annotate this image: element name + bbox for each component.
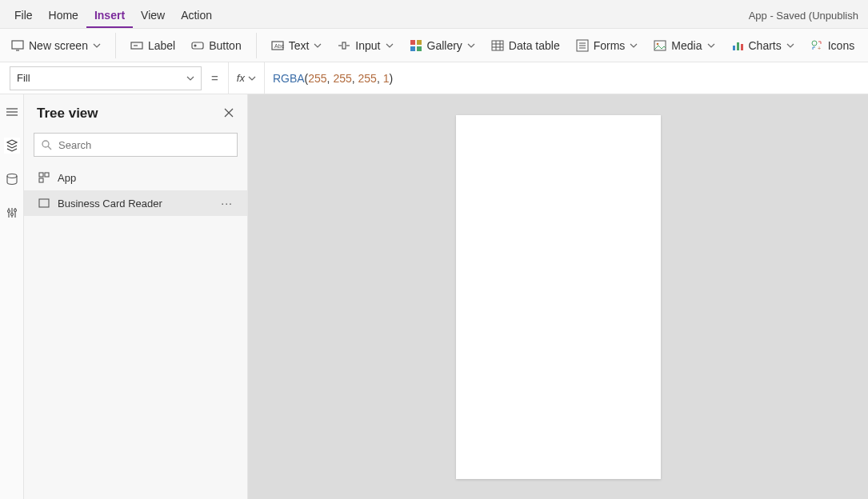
chevron-down-icon	[314, 42, 322, 50]
icons-icon: +	[810, 39, 823, 52]
property-name: Fill	[17, 72, 30, 84]
forms-button[interactable]: Forms	[568, 36, 646, 55]
svg-rect-4	[192, 42, 203, 49]
ribbon: New screen Label Button Abc Text Input G…	[0, 29, 868, 62]
svg-text:+: +	[818, 46, 821, 51]
svg-rect-27	[737, 42, 739, 50]
text-icon: Abc	[271, 39, 284, 52]
charts-button[interactable]: Charts	[723, 36, 802, 55]
tree-item-label: App	[58, 172, 76, 184]
button-label: Button	[209, 39, 241, 52]
app-status: App - Saved (Unpublish	[749, 10, 862, 28]
svg-point-25	[657, 42, 659, 45]
tab-view[interactable]: View	[133, 2, 173, 28]
charts-label: Charts	[749, 39, 782, 52]
rail-data-icon[interactable]	[4, 171, 20, 187]
icons-label: Icons	[828, 39, 854, 52]
more-button[interactable]: ···	[218, 197, 236, 210]
data-table-label: Data table	[509, 39, 560, 52]
svg-rect-13	[410, 46, 415, 51]
search-icon	[41, 139, 52, 150]
property-select[interactable]: Fill	[10, 66, 202, 90]
icons-button[interactable]: + Icons	[802, 36, 862, 55]
gallery-label: Gallery	[427, 39, 462, 52]
fx-label: fx	[237, 72, 245, 84]
gallery-icon	[410, 39, 422, 52]
svg-point-37	[7, 210, 10, 213]
svg-rect-10	[342, 42, 346, 49]
tree-item-screen[interactable]: Business Card Reader ···	[24, 190, 247, 216]
formula-bar: Fill = fx RGBA(255, 255, 255, 1)	[0, 62, 868, 94]
equals-sign: =	[211, 71, 218, 85]
svg-rect-49	[39, 199, 49, 207]
formula-expression[interactable]: RGBA(255, 255, 255, 1)	[265, 72, 868, 85]
rail-advanced-icon[interactable]	[4, 205, 20, 221]
svg-point-39	[10, 214, 13, 216]
tab-insert[interactable]: Insert	[86, 2, 133, 28]
new-screen-button[interactable]: New screen	[3, 36, 109, 55]
search-field[interactable]	[58, 139, 230, 151]
svg-point-41	[14, 210, 16, 212]
screen-icon	[11, 39, 24, 52]
forms-label: Forms	[594, 39, 626, 52]
button-button[interactable]: Button	[183, 36, 249, 55]
forms-icon	[576, 39, 589, 52]
gallery-button[interactable]: Gallery	[402, 36, 483, 55]
chevron-down-icon	[630, 42, 638, 50]
chevron-down-icon	[707, 42, 715, 50]
svg-rect-48	[39, 178, 43, 182]
canvas-area[interactable]	[248, 94, 868, 499]
text-button[interactable]: Abc Text	[263, 36, 330, 55]
tab-home[interactable]: Home	[41, 2, 86, 28]
data-table-button[interactable]: Data table	[483, 36, 568, 55]
svg-text:Abc: Abc	[274, 43, 284, 49]
media-label: Media	[671, 39, 702, 52]
chevron-down-icon	[248, 74, 256, 82]
svg-rect-28	[741, 44, 743, 50]
label-icon	[130, 39, 143, 52]
chevron-down-icon	[786, 42, 794, 50]
media-button[interactable]: Media	[646, 36, 722, 55]
svg-rect-15	[492, 41, 503, 50]
svg-rect-24	[654, 41, 666, 50]
close-icon[interactable]	[223, 107, 234, 121]
media-icon	[654, 39, 666, 52]
tab-file[interactable]: File	[6, 2, 41, 28]
svg-rect-12	[417, 40, 422, 45]
top-tabs: File Home Insert View Action App - Saved…	[0, 0, 868, 29]
charts-icon	[731, 39, 744, 52]
svg-rect-26	[733, 46, 735, 50]
svg-point-35	[7, 174, 17, 178]
panel-title: Tree view	[37, 106, 98, 122]
svg-point-29	[812, 41, 817, 46]
left-rail	[0, 94, 24, 499]
svg-rect-11	[410, 40, 415, 45]
input-button[interactable]: Input	[330, 36, 401, 55]
label-button[interactable]: Label	[122, 36, 183, 55]
chevron-down-icon	[93, 42, 101, 50]
chevron-down-icon	[386, 42, 394, 50]
search-input[interactable]	[34, 133, 238, 157]
app-screen[interactable]	[456, 115, 661, 479]
app-icon	[38, 172, 50, 183]
rail-tree-view-icon[interactable]	[4, 138, 20, 154]
tab-action[interactable]: Action	[173, 2, 220, 28]
button-icon	[191, 39, 204, 52]
text-label: Text	[289, 39, 310, 52]
chevron-down-icon	[467, 42, 475, 50]
label-label: Label	[148, 39, 175, 52]
chevron-down-icon	[186, 74, 194, 82]
table-icon	[491, 39, 504, 52]
svg-marker-34	[7, 140, 17, 145]
rail-hamburger-icon[interactable]	[4, 104, 20, 120]
tree-view-panel: Tree view App Business Card Reader ···	[24, 94, 248, 499]
new-screen-label: New screen	[29, 39, 88, 52]
tree-item-label: Business Card Reader	[58, 198, 162, 210]
svg-rect-14	[417, 46, 422, 51]
tree-item-app[interactable]: App	[24, 165, 247, 190]
svg-line-45	[48, 146, 51, 150]
svg-rect-46	[39, 173, 43, 177]
input-label: Input	[355, 39, 380, 52]
fx-button[interactable]: fx	[229, 72, 264, 84]
screen-item-icon	[38, 198, 50, 209]
